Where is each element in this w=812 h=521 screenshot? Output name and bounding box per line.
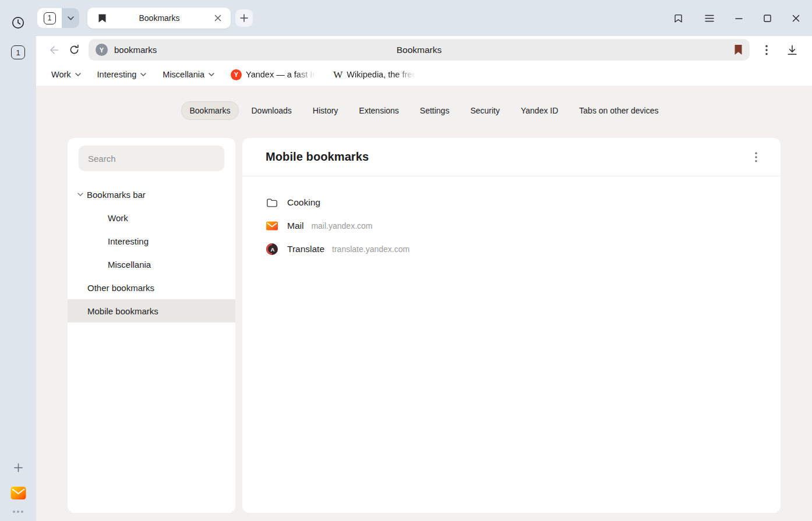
tree-item-label: Mobile bookmarks (87, 306, 158, 316)
folder-tree: Bookmarks bar Work Interesting Miscellan… (68, 178, 235, 322)
reload-button[interactable] (64, 40, 84, 60)
bookmarks-bar: Work Interesting Miscellania Y Yandex — … (36, 63, 812, 86)
tab-list-dropdown[interactable] (62, 8, 79, 28)
tab-other-devices[interactable]: Tabs on other devices (571, 101, 666, 120)
site-favicon: Y (96, 44, 108, 56)
tree-item-label: Work (108, 213, 128, 223)
yandex-favicon: Y (231, 69, 242, 80)
window-controls (673, 13, 812, 24)
bookmarks-bar-link-yandex[interactable]: Y Yandex — a fast In (231, 69, 317, 80)
bookmarks-bar-link-wikipedia[interactable]: W Wikipedia, the free (333, 70, 416, 80)
tab-counter-value: 1 (44, 12, 56, 24)
wikipedia-favicon: W (333, 70, 343, 80)
bookmark-url: translate.yandex.com (332, 244, 409, 254)
bookmark-name: Cooking (287, 197, 320, 208)
tree-item-mobile-bookmarks[interactable]: Mobile bookmarks (68, 299, 235, 322)
browser-menu-icon[interactable] (757, 40, 776, 60)
list-menu-icon[interactable] (748, 149, 764, 165)
tab-downloads[interactable]: Downloads (243, 101, 300, 120)
tree-item-bookmarks-bar[interactable]: Bookmarks bar (68, 183, 235, 206)
yandex-mail-app-icon[interactable] (10, 486, 26, 500)
tree-item-other-bookmarks[interactable]: Other bookmarks (68, 276, 235, 299)
toolbar: Y bookmarks Bookmarks (36, 36, 812, 63)
bookmarks-list: Cooking Mail mail.yandex.com (242, 176, 781, 261)
chevron-down-icon (77, 193, 83, 196)
tab-close-icon[interactable] (212, 12, 224, 24)
address-text[interactable]: bookmarks (114, 45, 157, 55)
bookmarks-bar-folder-miscellania[interactable]: Miscellania (163, 70, 214, 79)
tab-strip: 1 Bookmarks (36, 0, 812, 36)
tab-extensions[interactable]: Extensions (351, 101, 407, 120)
tree-item-label: Miscellania (108, 260, 151, 270)
downloads-icon[interactable] (782, 40, 802, 60)
tab-yandex-id[interactable]: Yandex ID (513, 101, 566, 120)
list-item-cooking[interactable]: Cooking (242, 191, 781, 214)
history-clock-icon[interactable] (11, 16, 25, 30)
mail-favicon (266, 221, 278, 231)
plus-icon (240, 14, 248, 22)
tree-item-work[interactable]: Work (68, 206, 235, 229)
list-item-translate[interactable]: A Translate translate.yandex.com (242, 238, 781, 261)
maximize-icon[interactable] (764, 15, 771, 22)
list-header: Mobile bookmarks (242, 138, 781, 176)
left-sidebar: 1 (0, 0, 36, 521)
rail-tab-count-badge[interactable]: 1 (11, 45, 25, 59)
folder-label: Work (51, 70, 71, 79)
rail-add-icon[interactable] (13, 462, 24, 473)
address-bar[interactable]: Y bookmarks Bookmarks (89, 39, 750, 61)
bookmarks-page: Bookmarks Downloads History Extensions S… (36, 86, 812, 521)
minimize-icon[interactable] (735, 15, 743, 22)
back-arrow-icon (48, 44, 61, 56)
bookmark-icon (98, 13, 107, 23)
search-input[interactable] (79, 154, 224, 164)
bookmark-label: Wikipedia, the free (347, 70, 416, 79)
chevron-down-icon (68, 16, 74, 20)
tab-security[interactable]: Security (462, 101, 508, 120)
chevron-down-icon (209, 73, 214, 76)
page-title-centered: Bookmarks (89, 45, 750, 55)
tab-title: Bookmarks (107, 13, 212, 23)
search-box[interactable] (79, 146, 224, 171)
menu-icon[interactable] (705, 15, 714, 22)
reload-icon (68, 44, 80, 56)
list-title: Mobile bookmarks (266, 150, 369, 164)
bookmarks-list-panel: Mobile bookmarks Cooking (242, 138, 781, 513)
chevron-down-icon (140, 73, 146, 76)
bookmark-label: Yandex — a fast In (246, 70, 317, 79)
bookmarks-bar-folder-interesting[interactable]: Interesting (97, 70, 147, 79)
bookmarks-bar-folder-work[interactable]: Work (51, 70, 81, 79)
side-panel-icon[interactable] (673, 13, 684, 24)
folder-icon (266, 198, 278, 208)
tree-item-label: Other bookmarks (87, 283, 154, 293)
list-item-mail[interactable]: Mail mail.yandex.com (242, 214, 781, 238)
tab-settings[interactable]: Settings (412, 101, 458, 120)
folder-label: Interesting (97, 70, 137, 79)
close-icon[interactable] (792, 15, 800, 22)
tree-item-label: Bookmarks bar (87, 190, 146, 200)
tree-item-interesting[interactable]: Interesting (68, 229, 235, 253)
rail-more-icon[interactable] (13, 511, 23, 513)
page-nav: Bookmarks Downloads History Extensions S… (36, 86, 812, 120)
bookmark-url: mail.yandex.com (311, 221, 372, 231)
tab-bookmarks[interactable]: Bookmarks (87, 8, 231, 29)
chevron-down-icon (75, 73, 81, 76)
bookmark-name: Mail (287, 221, 303, 231)
bookmark-flag-icon[interactable] (734, 44, 743, 55)
toolbar-right (757, 40, 802, 60)
browser-chrome: Y bookmarks Bookmarks Work Interesting M (36, 36, 812, 521)
translate-favicon: A (266, 243, 278, 255)
folders-panel: Bookmarks bar Work Interesting Miscellan… (68, 138, 235, 513)
bookmark-name: Translate (287, 244, 324, 254)
tab-counter-button[interactable]: 1 (37, 8, 62, 28)
back-button[interactable] (44, 40, 64, 60)
tab-history[interactable]: History (305, 101, 347, 120)
tab-bookmarks-page[interactable]: Bookmarks (181, 101, 238, 120)
tree-item-label: Interesting (108, 236, 149, 246)
tree-item-miscellania[interactable]: Miscellania (68, 253, 235, 276)
folder-label: Miscellania (163, 70, 204, 79)
new-tab-button[interactable] (235, 9, 253, 27)
svg-text:A: A (271, 246, 275, 253)
